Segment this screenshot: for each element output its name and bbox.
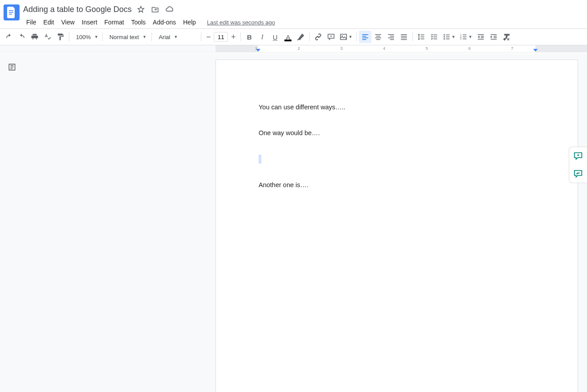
comment-button[interactable] xyxy=(325,31,337,43)
menu-edit[interactable]: Edit xyxy=(40,17,57,28)
cloud-status-icon[interactable] xyxy=(165,5,174,13)
svg-text:3: 3 xyxy=(460,37,462,40)
svg-point-3 xyxy=(342,36,343,36)
text-color-button[interactable]: A xyxy=(282,31,294,43)
bold-button[interactable]: B xyxy=(243,31,256,43)
svg-point-5 xyxy=(443,36,445,38)
document-title[interactable]: Adding a table to Google Docs xyxy=(23,5,132,14)
paint-format-button[interactable] xyxy=(54,31,67,43)
svg-rect-0 xyxy=(9,10,13,11)
svg-rect-2 xyxy=(9,14,12,15)
align-center-button[interactable] xyxy=(372,31,384,43)
indent-increase-button[interactable] xyxy=(487,31,500,43)
zoom-dropdown[interactable]: 100%▼ xyxy=(72,31,100,43)
print-button[interactable] xyxy=(28,31,41,43)
bullet-list-button[interactable]: ▼ xyxy=(441,31,457,43)
font-size-decrease[interactable]: − xyxy=(204,32,213,42)
menu-insert[interactable]: Insert xyxy=(79,17,100,28)
font-size-increase[interactable]: + xyxy=(228,32,238,42)
italic-button[interactable]: I xyxy=(256,31,268,43)
document-icon xyxy=(7,7,16,18)
font-size-input[interactable] xyxy=(214,32,228,42)
undo-button[interactable] xyxy=(3,31,15,43)
menu-format[interactable]: Format xyxy=(101,17,127,28)
underline-button[interactable]: U xyxy=(269,31,281,43)
link-button[interactable] xyxy=(312,31,324,43)
svg-point-6 xyxy=(443,38,445,40)
app-header: Adding a table to Google Docs File Edit … xyxy=(0,0,587,28)
style-dropdown[interactable]: Normal text▼ xyxy=(105,31,149,43)
menu-file[interactable]: File xyxy=(23,17,40,28)
numbered-list-button[interactable]: 123▼ xyxy=(458,31,474,43)
checklist-button[interactable] xyxy=(428,31,440,43)
align-right-button[interactable] xyxy=(385,31,397,43)
clear-formatting-button[interactable] xyxy=(500,31,513,43)
move-icon[interactable] xyxy=(151,5,159,13)
line-spacing-button[interactable] xyxy=(415,31,427,43)
menu-addons[interactable]: Add-ons xyxy=(150,17,179,28)
indent-decrease-button[interactable] xyxy=(475,31,487,43)
align-left-button[interactable] xyxy=(359,31,371,43)
spellcheck-button[interactable] xyxy=(41,31,54,43)
toolbar: 100%▼ Normal text▼ Arial▼ − + B I U A ▼ … xyxy=(0,28,587,45)
ruler[interactable]: 1 2 3 4 5 6 7 xyxy=(0,45,587,52)
menu-bar: File Edit View Insert Format Tools Add-o… xyxy=(23,16,583,28)
star-icon[interactable] xyxy=(137,5,145,13)
font-dropdown[interactable]: Arial▼ xyxy=(154,31,199,43)
highlight-button[interactable] xyxy=(295,31,307,43)
image-button[interactable]: ▼ xyxy=(338,31,354,43)
svg-point-4 xyxy=(443,34,445,36)
menu-help[interactable]: Help xyxy=(180,17,199,28)
redo-button[interactable] xyxy=(16,31,28,43)
docs-logo[interactable] xyxy=(4,4,20,20)
font-size-control: − + xyxy=(204,32,238,42)
svg-rect-1 xyxy=(9,12,13,13)
align-justify-button[interactable] xyxy=(398,31,410,43)
menu-tools[interactable]: Tools xyxy=(128,17,149,28)
last-edit-link[interactable]: Last edit was seconds ago xyxy=(207,19,275,26)
menu-view[interactable]: View xyxy=(58,17,78,28)
